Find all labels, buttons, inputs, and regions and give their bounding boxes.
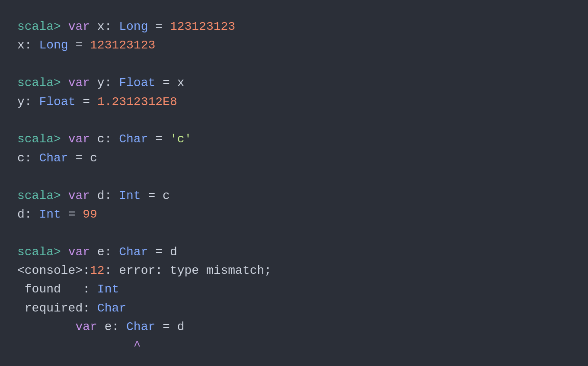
blank-line — [17, 111, 571, 130]
number-text: 99 — [83, 208, 97, 221]
varname-text: d — [97, 189, 105, 202]
number-text: 123123123 — [90, 39, 155, 52]
prompt-text: scala> — [17, 132, 68, 146]
terminal-output: scala> var x: Long = 123123123x: Long = … — [17, 17, 571, 355]
type-text: Long — [119, 20, 148, 33]
result-type-text: Char — [39, 151, 68, 165]
equals-text: = — [68, 151, 90, 165]
keyword-text: var — [68, 20, 97, 33]
caret-text: ^ — [17, 339, 141, 353]
result-type-text: Int — [39, 208, 61, 221]
blank-line — [17, 55, 571, 74]
prompt-text: scala> — [17, 76, 68, 90]
error-num-text: 12 — [90, 264, 105, 277]
type-text: Float — [119, 76, 155, 90]
equals-text: : — [25, 39, 39, 52]
number-text: 1.2312312E8 — [97, 95, 177, 109]
result-type-text: Long — [39, 39, 68, 52]
type-text: Int — [119, 189, 141, 202]
terminal-line: scala> var x: Long = 123123123 — [17, 17, 571, 36]
equals-text: = — [141, 189, 163, 202]
prompt-text: scala> — [17, 20, 68, 33]
varname-text: d — [170, 245, 177, 259]
type-text: Char — [126, 320, 155, 334]
varname-text: x — [177, 76, 185, 90]
varname-text: c — [163, 189, 170, 202]
terminal-line: var e: Char = d — [17, 318, 571, 336]
terminal-line: scala> var y: Float = x — [17, 74, 571, 92]
keyword-text: var — [68, 245, 97, 259]
keyword-text: var — [68, 132, 97, 146]
keyword-text: var — [68, 189, 97, 202]
equals-text: = — [148, 20, 169, 33]
equals-text: : — [25, 208, 39, 221]
error-text-text: required: — [17, 302, 97, 315]
varname-text: e — [97, 245, 105, 259]
equals-text: = — [68, 39, 90, 52]
result-var-text: c — [17, 151, 25, 165]
varname-text: d — [177, 320, 185, 334]
type-text: Char — [119, 132, 148, 146]
keyword-text: var — [75, 320, 104, 334]
equals-text: = — [155, 320, 177, 334]
result-var-text: y — [17, 95, 25, 109]
equals-text: : — [112, 320, 126, 334]
blank-line — [17, 224, 571, 242]
varname-text: e — [105, 320, 112, 334]
varname-text: c — [90, 151, 97, 165]
equals-text: = — [61, 208, 83, 221]
keyword-text: var — [68, 76, 97, 90]
error-text-text: found : — [17, 283, 97, 296]
terminal-line: required: Char — [17, 299, 571, 318]
terminal-line: found : Int — [17, 280, 571, 299]
prompt-text: scala> — [17, 189, 68, 202]
prompt-text: scala> — [17, 245, 68, 259]
equals-text: = — [75, 95, 97, 109]
error-loc-text: <console>: — [17, 264, 90, 277]
blank-line — [17, 167, 571, 186]
equals-text: : — [105, 132, 119, 146]
terminal-line: x: Long = 123123123 — [17, 36, 571, 55]
varname-text: y — [97, 76, 105, 90]
terminal-line: scala> var e: Char = d — [17, 243, 571, 261]
error-keyword-text: Char — [97, 302, 126, 315]
error-text-text: : error: type mismatch; — [105, 264, 272, 277]
result-var-text: d — [17, 208, 25, 221]
error-keyword-text: Int — [97, 283, 119, 296]
equals-text: : — [25, 95, 39, 109]
result-type-text: Float — [39, 95, 75, 109]
varname-text: c — [97, 132, 105, 146]
type-text: Char — [119, 245, 148, 259]
equals-text: = — [148, 132, 169, 146]
equals-text: = — [148, 245, 169, 259]
equals-text: : — [105, 189, 119, 202]
result-var-text: x — [17, 39, 25, 52]
varname-text: x — [97, 20, 105, 33]
terminal-line: scala> var c: Char = 'c' — [17, 130, 571, 148]
equals-text: : — [25, 151, 39, 165]
terminal-line: <console>:12: error: type mismatch; — [17, 261, 571, 280]
error-text-text — [17, 320, 75, 334]
terminal-line: c: Char = c — [17, 149, 571, 167]
equals-text: : — [105, 20, 119, 33]
equals-text: = — [155, 76, 177, 90]
equals-text: : — [105, 76, 119, 90]
terminal-line: d: Int = 99 — [17, 205, 571, 224]
string-text: 'c' — [170, 132, 192, 146]
number-text: 123123123 — [170, 20, 235, 33]
terminal-line: ^ — [17, 337, 571, 355]
equals-text: : — [105, 245, 119, 259]
terminal-line: y: Float = 1.2312312E8 — [17, 93, 571, 111]
terminal-line: scala> var d: Int = c — [17, 186, 571, 205]
